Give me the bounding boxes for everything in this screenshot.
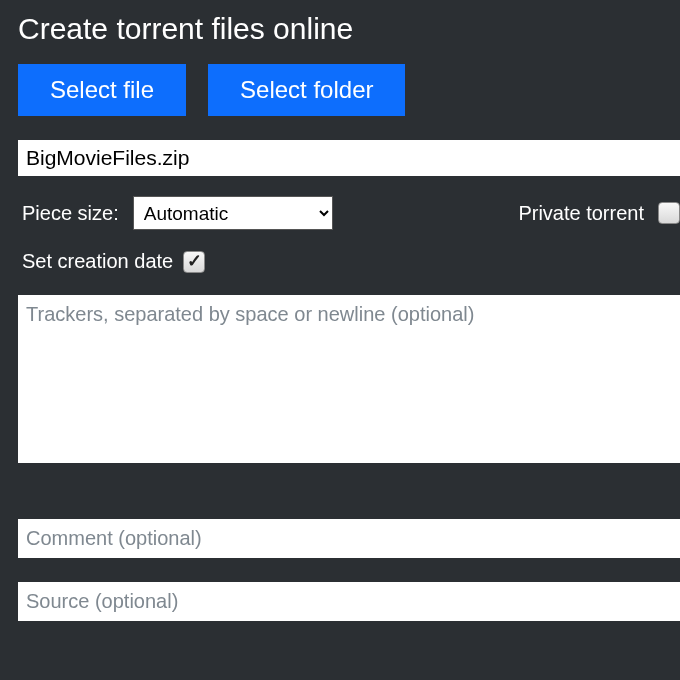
- select-file-button[interactable]: Select file: [18, 64, 186, 116]
- options-row: Piece size: Automatic Private torrent: [18, 196, 680, 230]
- piece-size-label: Piece size:: [22, 202, 119, 225]
- source-input[interactable]: [18, 582, 680, 621]
- creation-date-row: Set creation date: [18, 250, 680, 273]
- private-torrent-label: Private torrent: [518, 202, 644, 225]
- creation-date-label: Set creation date: [22, 250, 173, 273]
- filename-input[interactable]: [18, 140, 680, 176]
- private-torrent-checkbox[interactable]: [658, 202, 680, 224]
- creation-date-checkbox[interactable]: [183, 251, 205, 273]
- trackers-textarea[interactable]: [18, 295, 680, 463]
- comment-input[interactable]: [18, 519, 680, 558]
- file-selection-row: Select file Select folder: [18, 64, 680, 116]
- page-title: Create torrent files online: [18, 12, 680, 46]
- piece-size-select[interactable]: Automatic: [133, 196, 333, 230]
- select-folder-button[interactable]: Select folder: [208, 64, 405, 116]
